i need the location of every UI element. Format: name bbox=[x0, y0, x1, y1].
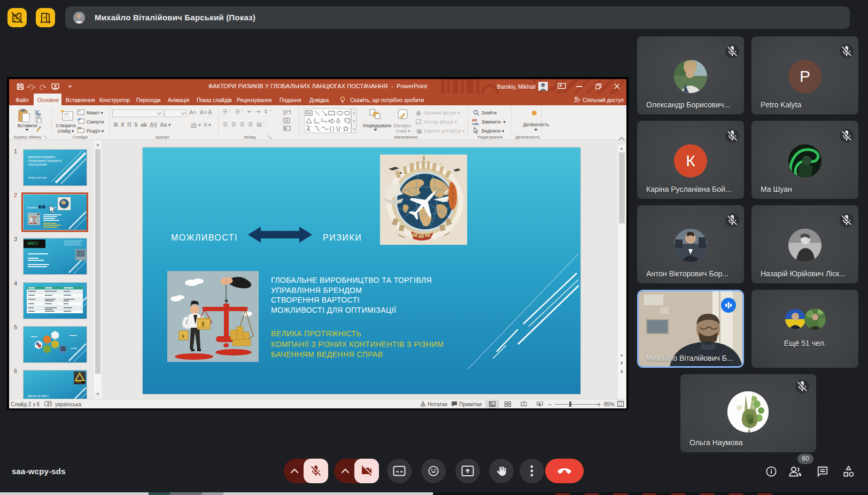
svg-text:ПОСТАЧАННЯ: ПОСТАЧАННЯ bbox=[28, 163, 47, 166]
svg-text:МОЖЛИВОСТІ: МОЖЛИВОСТІ bbox=[27, 207, 39, 209]
svg-text:МИХАЙЛО БАРСЬКИЙ: МИХАЙЛО БАРСЬКИЙ bbox=[28, 177, 47, 179]
svg-text:ФАКТОРИ РИЗИКІВ У: ФАКТОРИ РИЗИКІВ У bbox=[28, 156, 56, 159]
svg-text:ГЛОБАЛЬНИХ ЛАНЦЮГАХ: ГЛОБАЛЬНИХ ЛАНЦЮГАХ bbox=[28, 159, 62, 163]
svg-text:ДЯКУЮ ЗА УВАГУ: ДЯКУЮ ЗА УВАГУ bbox=[28, 395, 49, 398]
svg-text:$: $ bbox=[201, 321, 205, 327]
svg-text:SUPPLY: SUPPLY bbox=[28, 243, 35, 245]
svg-text:УВАГА: УВАГА bbox=[75, 381, 81, 383]
svg-text:$: $ bbox=[182, 334, 184, 339]
